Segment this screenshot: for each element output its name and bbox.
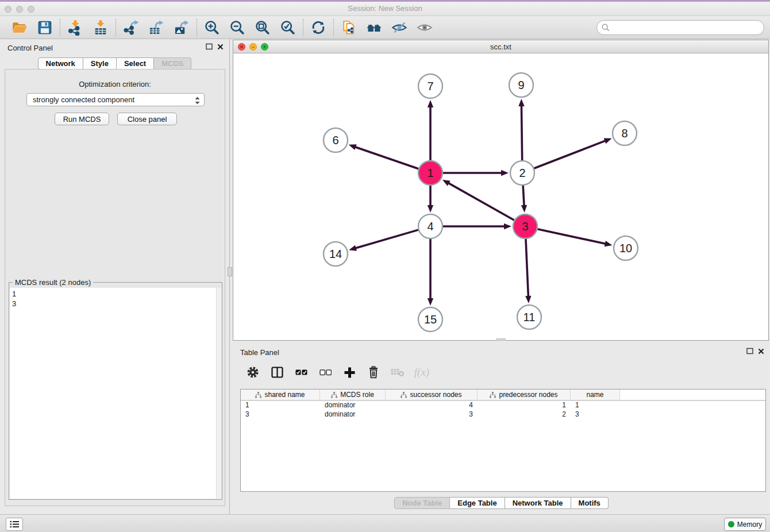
import-table-icon (93, 20, 109, 36)
tab-network[interactable]: Network (38, 57, 83, 70)
graph-node-8[interactable]: 8 (613, 121, 637, 145)
graph-node-9[interactable]: 9 (509, 73, 533, 97)
panel-splitter-handle[interactable] (228, 267, 232, 276)
show-all-button[interactable] (415, 18, 434, 37)
hide-selected-button[interactable] (390, 18, 409, 37)
table-row[interactable]: 3dominator323 (241, 410, 765, 419)
graph-edge-2-3[interactable] (521, 186, 527, 213)
graph-edge-1-6[interactable] (349, 144, 419, 169)
graph-edge-1-4[interactable] (428, 186, 433, 213)
column-header-mcds-role[interactable]: MCDS role (320, 390, 386, 400)
column-header-shared-name[interactable]: shared name (241, 390, 320, 400)
graph-node-2[interactable]: 2 (510, 161, 534, 185)
close-panel-icon[interactable] (217, 44, 224, 50)
graph-edge-3-11[interactable] (525, 239, 531, 303)
table-cell[interactable]: 4 (386, 401, 478, 410)
table-cell[interactable]: dominator (320, 410, 386, 419)
graph-node-7[interactable]: 7 (418, 74, 442, 98)
table-cell[interactable]: 1 (241, 401, 320, 410)
tab-edge-table[interactable]: Edge Table (450, 497, 505, 509)
open-session-button[interactable] (10, 18, 29, 37)
network-canvas[interactable]: 1234678910111415 (233, 53, 768, 340)
arrowhead-icon (349, 245, 357, 251)
graph-edge-3-10[interactable] (537, 229, 612, 247)
table-cell[interactable]: 1 (478, 401, 571, 410)
column-header-predecessor-nodes[interactable]: predecessor nodes (478, 390, 571, 400)
export-network-button[interactable] (122, 18, 140, 37)
task-history-button[interactable] (6, 518, 23, 531)
export-image-button[interactable] (172, 18, 191, 37)
mcds-result-text[interactable]: 13 (10, 288, 216, 499)
graph-node-6[interactable]: 6 (324, 128, 348, 152)
graph-edge-4-15[interactable] (428, 239, 433, 306)
graph-edge-1-2[interactable] (443, 170, 509, 176)
graph-node-10[interactable]: 10 (614, 236, 638, 260)
graph-node-4[interactable]: 4 (418, 214, 442, 238)
graph-edge-1-7[interactable] (428, 100, 433, 160)
memory-button[interactable]: Memory (724, 518, 766, 531)
tab-network-table[interactable]: Network Table (505, 497, 571, 509)
graph-node-1[interactable]: 1 (418, 161, 442, 185)
search-input[interactable] (596, 20, 764, 35)
network-window-title: scc.txt (233, 43, 768, 51)
table-cell[interactable]: 2 (478, 410, 571, 419)
graph-edge-4-3[interactable] (443, 223, 511, 229)
delete-column-button[interactable] (366, 365, 381, 380)
tab-motifs[interactable]: Motifs (571, 497, 609, 509)
table-cell[interactable]: dominator (320, 401, 386, 410)
float-table-panel-icon[interactable] (746, 348, 753, 354)
graph-node-11[interactable]: 11 (517, 305, 541, 329)
zoom-in-button[interactable] (203, 18, 221, 37)
clone-network-button[interactable] (340, 18, 358, 37)
table-settings-button[interactable] (245, 365, 260, 380)
delete-table-button[interactable] (390, 365, 405, 380)
zoom-out-icon (229, 20, 245, 36)
save-session-button[interactable] (36, 18, 54, 37)
table-cell[interactable]: 1 (571, 401, 620, 410)
import-table-button[interactable] (91, 18, 110, 37)
run-mcds-button[interactable]: Run MCDS (55, 113, 109, 125)
result-scrollbar[interactable] (216, 288, 221, 499)
table-cell[interactable]: 3 (386, 410, 478, 419)
select-all-columns-button[interactable] (294, 365, 309, 380)
column-header-successor-nodes[interactable]: successor nodes (386, 390, 478, 400)
node-label: 10 (619, 242, 632, 255)
column-layout-button[interactable] (270, 365, 284, 380)
graph-edge-4-14[interactable] (349, 230, 418, 251)
column-header-label: successor nodes (410, 391, 461, 399)
node-label: 11 (523, 311, 536, 323)
canvas-splitter-handle[interactable] (496, 338, 506, 341)
network-window-titlebar[interactable]: ✕ − + scc.txt (233, 40, 768, 53)
search-field[interactable] (596, 20, 764, 35)
zoom-fit-button[interactable] (253, 18, 272, 37)
graph-node-14[interactable]: 14 (324, 242, 348, 266)
graph-edge-3-1[interactable] (442, 180, 514, 220)
export-table-button[interactable] (147, 18, 165, 37)
network-window: ✕ − + scc.txt 1234678910111415 (233, 40, 769, 341)
tab-select[interactable]: Select (117, 57, 154, 70)
criterion-select[interactable]: strongly connected component (26, 93, 205, 106)
graph-edge-2-8[interactable] (534, 138, 612, 169)
graph-node-3[interactable]: 3 (513, 214, 537, 238)
tab-mcds[interactable]: MCDS (154, 57, 191, 70)
table-row[interactable]: 1dominator411 (241, 401, 765, 410)
column-header-name[interactable]: name (571, 390, 620, 400)
add-column-button[interactable] (342, 365, 357, 380)
graph-edge-2-9[interactable] (518, 99, 524, 160)
table-cell[interactable]: 3 (241, 410, 320, 419)
close-panel-button[interactable]: Close panel (117, 113, 177, 125)
graph-node-15[interactable]: 15 (418, 307, 442, 331)
float-panel-icon[interactable] (206, 43, 213, 50)
node-table-body: 1dominator4113dominator323 (241, 401, 765, 419)
close-table-panel-icon[interactable] (758, 348, 764, 354)
tab-style[interactable]: Style (83, 57, 117, 70)
apply-function-button[interactable]: f(x) (414, 365, 429, 380)
refresh-view-button[interactable] (309, 18, 328, 37)
deselect-all-columns-button[interactable] (318, 365, 333, 380)
import-network-button[interactable] (66, 18, 84, 37)
zoom-selected-button[interactable] (279, 18, 297, 37)
tab-node-table[interactable]: Node Table (394, 497, 450, 509)
zoom-out-button[interactable] (228, 18, 247, 37)
first-neighbors-button[interactable] (365, 18, 383, 37)
table-cell[interactable]: 3 (571, 410, 620, 419)
